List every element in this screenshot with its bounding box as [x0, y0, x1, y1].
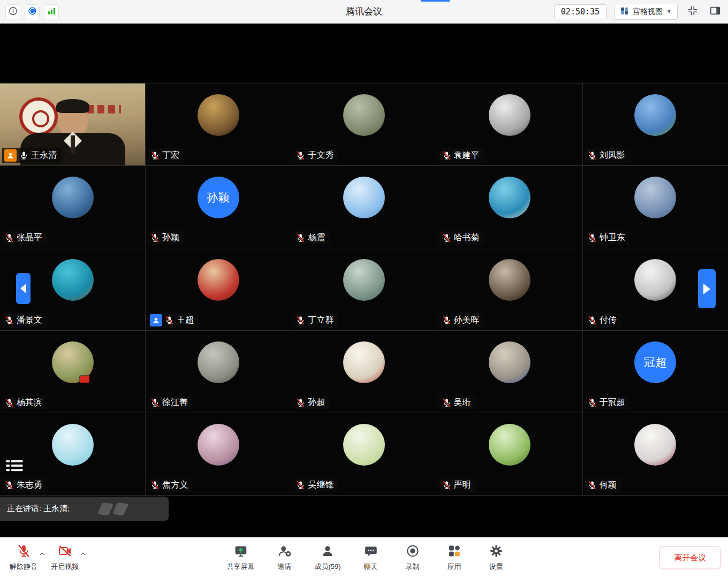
participant-avatar: [634, 94, 676, 136]
participant-label: 付传: [585, 313, 621, 328]
participant-tile[interactable]: 袁建平: [437, 83, 582, 165]
participant-tile[interactable]: 丁立群: [291, 248, 436, 330]
speaking-banner-text: 正在讲话: 王永清;: [7, 504, 70, 514]
chevron-up-icon[interactable]: [80, 551, 87, 558]
mic-on-icon: [19, 150, 29, 161]
mic-muted-icon: [587, 398, 597, 408]
participant-tile[interactable]: 刘凤影: [583, 83, 728, 165]
participant-avatar: [52, 177, 94, 218]
participant-name: 王超: [177, 315, 194, 326]
participant-avatar: [52, 259, 94, 301]
participant-avatar: [52, 424, 94, 466]
meeting-timer: 02:50:35: [554, 4, 606, 19]
participant-tile[interactable]: 孙颖 孙颖: [146, 166, 291, 248]
toolbar-left-group: 解除静音 开启视频: [6, 542, 89, 574]
toolbar-invite-button[interactable]: 邀请: [269, 542, 299, 574]
participant-tile[interactable]: 朱志勇: [0, 413, 145, 495]
toolbar-record-button[interactable]: 录制: [398, 542, 428, 574]
top-accent-bar: [421, 0, 450, 2]
mic-muted-icon: [295, 398, 306, 408]
camera-muted-icon: [58, 544, 72, 560]
chevron-up-icon[interactable]: [39, 551, 46, 558]
network-signal-icon: [47, 6, 57, 18]
participant-tile[interactable]: 张晶平: [0, 166, 145, 248]
pinned-app-button[interactable]: [25, 4, 40, 19]
mic-muted-icon: [4, 315, 14, 325]
participant-label: 哈书菊: [439, 231, 484, 245]
participant-tile[interactable]: 杨其滨: [0, 331, 145, 413]
toolbar-settings-button[interactable]: 设置: [481, 542, 511, 574]
participant-name: 杨其滨: [17, 397, 42, 408]
network-signal-button[interactable]: [44, 4, 59, 19]
chevron-left-icon: [20, 284, 26, 293]
participant-label: 杨震: [293, 231, 330, 245]
user-person-badge: [150, 314, 162, 326]
toolbar-share-screen-button[interactable]: 共享屏幕: [223, 542, 257, 574]
toolbar-start-video-button[interactable]: 开启视频: [48, 542, 82, 574]
participant-label: 于文秀: [293, 148, 338, 163]
shrink-view-button[interactable]: [685, 4, 700, 19]
toolbar-members-button[interactable]: 成员(59): [311, 542, 344, 574]
participant-avatar: [198, 94, 239, 136]
toolbar: 解除静音 开启视频 共享屏幕 邀请 成员(59) 聊天 录制 应用 设置 离开会…: [0, 537, 728, 578]
participant-name: 严明: [454, 480, 471, 491]
participant-label: 王永清: [2, 148, 62, 163]
participant-label: 钟卫东: [585, 231, 630, 245]
participant-name: 袁建平: [454, 150, 480, 161]
leave-meeting-button[interactable]: 离开会议: [659, 546, 721, 569]
participant-label: 丁宏: [148, 148, 184, 163]
participant-grid: 王永清 丁宏 于文秀 袁建平 刘凤影: [0, 83, 728, 496]
view-mode-selector[interactable]: 宫格视图 ▼: [614, 4, 678, 20]
participant-tile[interactable]: 吴继锋: [291, 413, 436, 495]
toolbar-unmute-button[interactable]: 解除静音: [6, 542, 41, 574]
pinned-app-icon: [27, 6, 37, 18]
mic-muted-icon: [587, 233, 597, 243]
participant-tile[interactable]: 于文秀: [291, 83, 436, 165]
participant-avatar: [343, 94, 385, 136]
participant-name: 于冠超: [600, 397, 625, 408]
next-page-button[interactable]: [698, 269, 716, 308]
toolbar-label: 设置: [489, 562, 503, 572]
university-logo: [19, 97, 58, 136]
participant-tile[interactable]: 王超: [146, 248, 291, 330]
participant-name: 杨震: [308, 232, 325, 244]
participant-tile[interactable]: 何颖: [583, 413, 728, 495]
participant-tile[interactable]: 冠超 于冠超: [583, 331, 728, 413]
side-layout-button[interactable]: [708, 4, 723, 19]
participant-tile[interactable]: 丁宏: [146, 83, 291, 165]
participant-avatar: [489, 259, 530, 301]
participant-tile[interactable]: 钟卫东: [583, 166, 728, 248]
participant-label: 袁建平: [439, 148, 484, 163]
participant-tile[interactable]: 王永清: [0, 83, 145, 165]
participant-tile[interactable]: 杨震: [291, 166, 436, 248]
participant-name: 孙超: [308, 397, 325, 408]
meeting-title: 腾讯会议: [346, 5, 382, 18]
mic-muted-icon: [150, 233, 160, 243]
mic-muted-icon: [587, 480, 597, 490]
participant-label: 徐江善: [148, 396, 193, 410]
toolbar-apps-button[interactable]: 应用: [439, 542, 469, 574]
participant-tile[interactable]: 孙超: [291, 331, 436, 413]
prev-page-button[interactable]: [16, 273, 31, 304]
participant-tile[interactable]: 严明: [437, 413, 582, 495]
participant-avatar: [634, 424, 676, 466]
participant-tile[interactable]: 哈书菊: [437, 166, 582, 248]
watermark-shape: [112, 503, 129, 516]
participant-tile[interactable]: 吴珩: [437, 331, 582, 413]
toolbar-chat-button[interactable]: 聊天: [356, 542, 386, 574]
mic-muted-icon: [587, 315, 597, 325]
titlebar-right-group: 02:50:35 宫格视图 ▼: [554, 4, 723, 20]
participant-label: 吴继锋: [293, 478, 338, 492]
participant-label: 严明: [439, 478, 476, 492]
info-button[interactable]: [5, 4, 20, 19]
video-stage: 王永清 丁宏 于文秀 袁建平 刘凤影: [0, 24, 728, 537]
participant-tile[interactable]: 孙美晖: [437, 248, 582, 330]
participant-label: 于冠超: [585, 396, 630, 410]
participant-tile[interactable]: 徐江善: [146, 331, 291, 413]
participant-name: 王永清: [31, 150, 57, 161]
participant-avatar: [489, 94, 530, 136]
participant-tile[interactable]: 焦方义: [146, 413, 291, 495]
apps-icon: [447, 544, 461, 560]
participant-name: 朱志勇: [17, 480, 42, 491]
caption-list-icon[interactable]: [5, 458, 24, 474]
